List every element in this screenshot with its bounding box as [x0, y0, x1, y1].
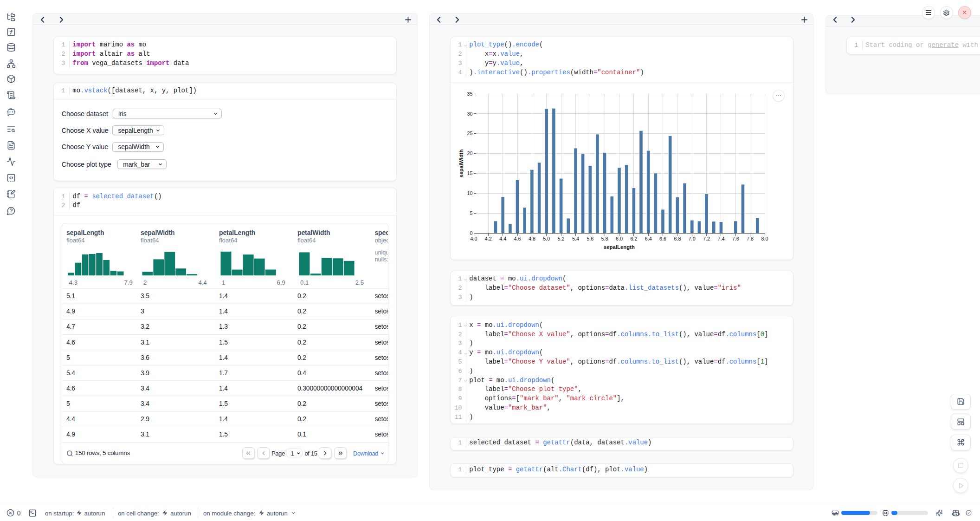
svg-text:30: 30 — [467, 111, 472, 117]
svg-text:6.2: 6.2 — [630, 236, 637, 241]
svg-text:35: 35 — [467, 91, 472, 97]
svg-text:0: 0 — [470, 230, 472, 236]
svg-text:7.0: 7.0 — [689, 236, 696, 241]
svg-text:7.6: 7.6 — [732, 236, 739, 241]
svg-text:7.8: 7.8 — [747, 236, 754, 241]
svg-text:4.0: 4.0 — [470, 236, 477, 241]
svg-text:4.8: 4.8 — [529, 236, 535, 241]
svg-text:5.4: 5.4 — [572, 236, 579, 241]
svg-text:4.2: 4.2 — [485, 236, 492, 241]
svg-text:15: 15 — [467, 170, 472, 176]
svg-text:5.2: 5.2 — [558, 236, 565, 241]
svg-text:6.8: 6.8 — [674, 236, 681, 241]
svg-text:6.0: 6.0 — [616, 236, 623, 241]
svg-text:6.4: 6.4 — [645, 236, 652, 241]
svg-text:10: 10 — [467, 190, 472, 196]
svg-text:sepalLength: sepalLength — [604, 244, 635, 250]
svg-text:5.0: 5.0 — [543, 236, 550, 241]
svg-text:4.4: 4.4 — [499, 236, 506, 241]
svg-text:5.6: 5.6 — [587, 236, 593, 241]
svg-text:20: 20 — [467, 150, 472, 156]
svg-text:sepalWidth: sepalWidth — [458, 150, 464, 178]
svg-text:4.6: 4.6 — [514, 236, 521, 241]
svg-text:6.6: 6.6 — [659, 236, 666, 241]
svg-text:7.2: 7.2 — [703, 236, 710, 241]
svg-text:5.8: 5.8 — [601, 236, 608, 241]
svg-text:8.0: 8.0 — [761, 236, 768, 241]
svg-text:25: 25 — [467, 130, 472, 136]
svg-text:7.4: 7.4 — [717, 236, 724, 241]
svg-text:5: 5 — [470, 210, 472, 216]
